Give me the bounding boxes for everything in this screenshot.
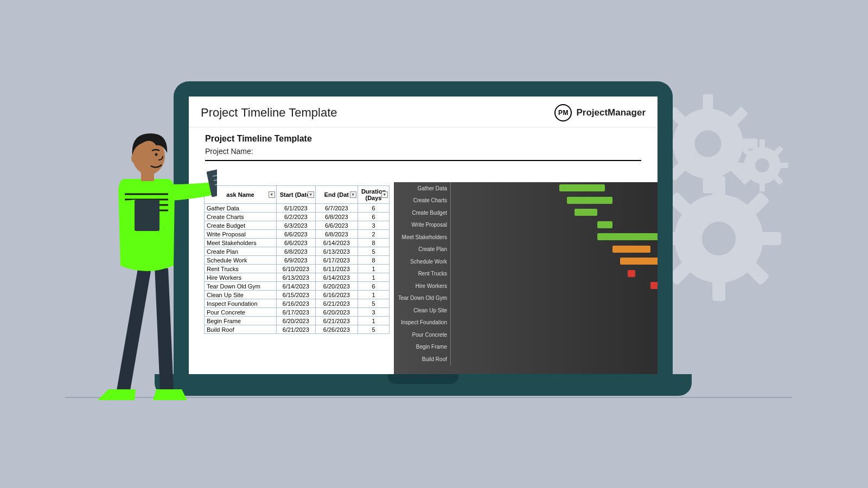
gantt-track bbox=[451, 219, 658, 232]
table-row[interactable]: Gather Data6/1/20236/7/20236 bbox=[205, 204, 390, 213]
brand: PM ProjectManager bbox=[554, 104, 646, 121]
gantt-row: Tear Down Old Gym bbox=[394, 292, 658, 305]
cell-end: 6/14/2023 bbox=[315, 239, 358, 247]
table-row[interactable]: Create Budget6/3/20236/6/20233 bbox=[205, 221, 390, 230]
gantt-label: Build Roof bbox=[394, 353, 451, 365]
gantt-label: Pour Concrete bbox=[394, 329, 451, 341]
gantt-bar[interactable] bbox=[559, 184, 605, 191]
cell-dur: 5 bbox=[358, 247, 390, 256]
task-table-wrap: ask Name▾ Start (Date)▾ End (Dat▾ Durati… bbox=[189, 182, 390, 374]
col-end[interactable]: End (Dat▾ bbox=[315, 186, 358, 204]
svg-rect-35 bbox=[135, 200, 159, 231]
table-row[interactable]: Meet Stakeholders6/6/20236/14/20238 bbox=[205, 239, 390, 247]
col-start[interactable]: Start (Date)▾ bbox=[276, 186, 315, 204]
gantt-track bbox=[451, 255, 658, 268]
table-row[interactable]: Create Charts6/2/20236/8/20236 bbox=[205, 213, 390, 221]
gantt-track bbox=[451, 182, 658, 195]
cell-start: 6/6/2023 bbox=[276, 239, 315, 247]
gantt-label: Write Proposal bbox=[394, 219, 451, 232]
cell-dur: 1 bbox=[358, 317, 390, 325]
cell-end: 6/20/2023 bbox=[315, 282, 358, 291]
gantt-track bbox=[451, 353, 658, 365]
chevron-down-icon[interactable]: ▾ bbox=[269, 191, 275, 198]
table-row[interactable]: Hire Workers6/13/20236/14/20231 bbox=[205, 273, 390, 282]
gantt-bar[interactable] bbox=[612, 246, 650, 253]
chevron-down-icon[interactable]: ▾ bbox=[350, 191, 356, 198]
cell-dur: 5 bbox=[358, 299, 390, 308]
gantt-track bbox=[451, 329, 658, 341]
gantt-row: Hire Workers bbox=[394, 280, 658, 292]
cell-start: 6/17/2023 bbox=[276, 308, 315, 317]
cell-end: 6/11/2023 bbox=[315, 265, 358, 273]
chevron-down-icon[interactable]: ▾ bbox=[381, 191, 388, 198]
cell-end: 6/14/2023 bbox=[315, 273, 358, 282]
cell-start: 6/21/2023 bbox=[276, 325, 315, 334]
cell-start: 6/16/2023 bbox=[276, 299, 315, 308]
page-title: Project Timeline Template bbox=[201, 106, 337, 120]
gantt-bar[interactable] bbox=[567, 197, 612, 204]
gantt-row: Begin Frame bbox=[394, 341, 658, 354]
gantt-track bbox=[451, 292, 658, 305]
gantt-label: Gather Data bbox=[394, 182, 451, 195]
cell-end: 6/7/2023 bbox=[315, 204, 358, 213]
gantt-row: Create Plan bbox=[394, 243, 658, 256]
gantt-row: Schedule Work bbox=[394, 255, 658, 268]
table-row[interactable]: Rent Trucks6/10/20236/11/20231 bbox=[205, 265, 390, 273]
svg-rect-24 bbox=[761, 232, 781, 245]
gantt-label: Schedule Work bbox=[394, 255, 451, 268]
cell-dur: 6 bbox=[358, 282, 390, 291]
cell-end: 6/26/2023 bbox=[315, 325, 358, 334]
gantt-bar[interactable] bbox=[650, 282, 658, 289]
table-row[interactable]: Schedule Work6/9/20236/17/20238 bbox=[205, 256, 390, 265]
cell-start: 6/14/2023 bbox=[276, 282, 315, 291]
svg-rect-14 bbox=[780, 163, 788, 168]
gantt-row: Inspect Foundation bbox=[394, 317, 658, 329]
gantt-track bbox=[451, 231, 658, 243]
gantt-bar[interactable] bbox=[597, 233, 658, 240]
svg-rect-21 bbox=[712, 176, 725, 197]
table-row[interactable]: Write Proposal6/6/20236/8/20232 bbox=[205, 230, 390, 239]
gantt-row: Build Roof bbox=[394, 353, 658, 365]
gantt-chart: Gather DataCreate ChartsCreate BudgetWri… bbox=[394, 182, 658, 374]
cell-dur: 1 bbox=[358, 265, 390, 273]
gantt-bar[interactable] bbox=[628, 270, 635, 277]
cell-start: 6/1/2023 bbox=[276, 204, 315, 213]
gantt-track bbox=[451, 341, 658, 354]
table-row[interactable]: Pour Concrete6/17/20236/20/20233 bbox=[205, 308, 390, 317]
gantt-bar[interactable] bbox=[620, 258, 658, 265]
cell-dur: 3 bbox=[358, 221, 390, 230]
table-header-row: ask Name▾ Start (Date)▾ End (Dat▾ Durati… bbox=[205, 186, 390, 204]
laptop-base bbox=[155, 374, 692, 396]
cell-start: 6/20/2023 bbox=[276, 317, 315, 325]
cell-end: 6/8/2023 bbox=[315, 213, 358, 221]
cell-dur: 8 bbox=[358, 239, 390, 247]
table-row[interactable]: Create Plan6/8/20236/13/20235 bbox=[205, 247, 390, 256]
person-illustration bbox=[87, 130, 217, 412]
cell-dur: 1 bbox=[358, 273, 390, 282]
gantt-label: Create Budget bbox=[394, 207, 451, 219]
table-row[interactable]: Tear Down Old Gym6/14/20236/20/20236 bbox=[205, 282, 390, 291]
cell-dur: 5 bbox=[358, 325, 390, 334]
gantt-track bbox=[451, 280, 658, 292]
header: Project Timeline Template PM ProjectMana… bbox=[189, 97, 658, 127]
chevron-down-icon[interactable]: ▾ bbox=[308, 191, 314, 198]
gantt-bar[interactable] bbox=[575, 209, 597, 216]
gantt-row: Clean Up Site bbox=[394, 304, 658, 317]
gantt-track bbox=[451, 304, 658, 317]
gantt-label: Rent Trucks bbox=[394, 268, 451, 280]
gantt-row: Rent Trucks bbox=[394, 268, 658, 280]
cell-dur: 1 bbox=[358, 291, 390, 299]
table-row[interactable]: Clean Up Site6/15/20236/16/20231 bbox=[205, 291, 390, 299]
app-screen: Project Timeline Template PM ProjectMana… bbox=[189, 97, 658, 374]
cell-end: 6/21/2023 bbox=[315, 299, 358, 308]
table-row[interactable]: Inspect Foundation6/16/20236/21/20235 bbox=[205, 299, 390, 308]
table-row[interactable]: Build Roof6/21/20236/26/20235 bbox=[205, 325, 390, 334]
table-row[interactable]: Begin Frame6/20/20236/21/20231 bbox=[205, 317, 390, 325]
gantt-label: Clean Up Site bbox=[394, 304, 451, 317]
gantt-bar[interactable] bbox=[597, 221, 612, 228]
cell-end: 6/20/2023 bbox=[315, 308, 358, 317]
cell-start: 6/2/2023 bbox=[276, 213, 315, 221]
brand-badge-icon: PM bbox=[554, 104, 572, 121]
col-dur[interactable]: Duration (Days▾ bbox=[358, 186, 390, 204]
subheader: Project Timeline Template Project Name: bbox=[189, 127, 658, 161]
